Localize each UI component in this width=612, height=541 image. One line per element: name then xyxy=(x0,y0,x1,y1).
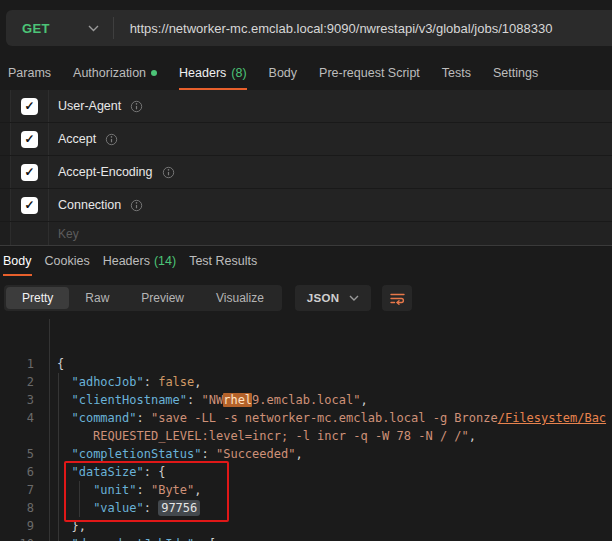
tab-label: Params xyxy=(8,66,51,80)
checkbox-cell: ✓ xyxy=(11,189,49,221)
checkbox-cell: ✓ xyxy=(11,123,49,155)
header-row: ✓Accept xyxy=(0,123,612,156)
code-line: 1{ xyxy=(0,355,612,373)
code-line: 10 "dependentJobIds": [ xyxy=(0,535,612,541)
code-line: 8 "value": 97756 xyxy=(0,499,612,517)
tab-label: Pre-request Script xyxy=(319,66,420,80)
header-row: ✓User-Agent xyxy=(0,90,612,123)
header-row: ✓Connection xyxy=(0,189,612,222)
header-checkbox[interactable]: ✓ xyxy=(21,164,38,181)
tab-label: Body xyxy=(3,254,32,268)
method-chevron-icon[interactable] xyxy=(50,25,113,32)
view-mode-visualize[interactable]: Visualize xyxy=(200,287,280,309)
checkbox-cell: ✓ xyxy=(11,90,49,122)
tab-label: Headers xyxy=(103,254,150,268)
request-tab-settings[interactable]: Settings xyxy=(493,55,538,90)
code-line: 6 "dataSize": { xyxy=(0,463,612,481)
response-tab-cookies[interactable]: Cookies xyxy=(45,246,90,276)
header-rows: ✓User-Agent✓Accept✓Accept-Encoding✓Conne… xyxy=(0,90,612,247)
code-line: 9 }, xyxy=(0,517,612,535)
line-content: "clientHostname": "NWrhel9.emclab.local"… xyxy=(34,391,368,409)
request-tab-body[interactable]: Body xyxy=(269,55,298,90)
tab-count-badge: (8) xyxy=(231,66,246,80)
row-drag-handle[interactable] xyxy=(0,123,11,155)
response-view-row: PrettyRawPreviewVisualize JSON xyxy=(4,283,612,313)
language-selector[interactable]: JSON xyxy=(295,285,372,311)
response-tabs: BodyCookiesHeaders(14)Test Results xyxy=(0,246,612,276)
indent-guide xyxy=(58,373,59,541)
request-tab-authorization[interactable]: Authorization xyxy=(73,55,157,90)
response-tab-headers[interactable]: Headers(14) xyxy=(103,246,176,276)
row-drag-handle[interactable] xyxy=(0,90,11,122)
line-number: 9 xyxy=(0,517,34,535)
wrap-text-icon xyxy=(389,291,406,306)
indent-guide xyxy=(79,481,80,517)
code-line: 4 "command": "save -LL -s networker-mc.e… xyxy=(0,409,612,427)
tab-label: Tests xyxy=(442,66,471,80)
view-mode-raw[interactable]: Raw xyxy=(69,287,125,309)
url-input[interactable]: https://networker-mc.emclab.local:9090/n… xyxy=(114,21,553,36)
info-icon[interactable] xyxy=(130,199,143,212)
row-drag-handle[interactable] xyxy=(0,189,11,221)
line-content: "completionStatus": "Succeeded", xyxy=(34,445,303,463)
header-key-label[interactable]: Connection xyxy=(49,198,121,212)
view-mode-group: PrettyRawPreviewVisualize xyxy=(4,285,282,311)
view-mode-pretty[interactable]: Pretty xyxy=(6,287,69,309)
tab-label: Body xyxy=(269,66,298,80)
code-line: 2 "adhocJob": false, xyxy=(0,373,612,391)
wrap-text-button[interactable] xyxy=(382,285,412,311)
new-header-row: Key xyxy=(0,222,612,247)
key-input[interactable]: Key xyxy=(49,227,79,241)
path-link[interactable]: /Filesystem/Bac xyxy=(498,411,606,425)
response-tab-test-results[interactable]: Test Results xyxy=(189,246,257,276)
request-tab-tests[interactable]: Tests xyxy=(442,55,471,90)
method-selector[interactable]: GET xyxy=(6,21,50,36)
request-url-bar: GET https://networker-mc.emclab.local:90… xyxy=(6,10,612,46)
header-checkbox[interactable]: ✓ xyxy=(21,98,38,115)
language-label: JSON xyxy=(307,292,340,304)
code-line: 7 "unit": "Byte", xyxy=(0,481,612,499)
header-checkbox[interactable]: ✓ xyxy=(21,131,38,148)
line-number: 1 xyxy=(0,355,34,373)
request-tabs: ParamsAuthorizationHeaders(8)BodyPre-req… xyxy=(0,55,612,90)
response-tab-body[interactable]: Body xyxy=(3,246,32,276)
line-content: "unit": "Byte", xyxy=(34,481,202,499)
tab-label: Authorization xyxy=(73,66,146,80)
header-row: ✓Accept-Encoding xyxy=(0,156,612,189)
green-dot-icon xyxy=(151,70,157,76)
line-content: "command": "save -LL -s networker-mc.emc… xyxy=(34,409,606,427)
line-number: 7 xyxy=(0,481,34,499)
header-key-label[interactable]: Accept xyxy=(49,132,96,146)
info-icon[interactable] xyxy=(130,100,143,113)
chevron-down-icon xyxy=(349,295,359,301)
line-content: "dataSize": { xyxy=(34,463,165,481)
info-icon[interactable] xyxy=(105,133,118,146)
line-number: 5 xyxy=(0,445,34,463)
header-checkbox[interactable]: ✓ xyxy=(21,197,38,214)
header-key-label[interactable]: User-Agent xyxy=(49,99,121,113)
search-match-highlight: rhel xyxy=(223,393,252,407)
line-number: 10 xyxy=(0,535,34,541)
tab-label: Test Results xyxy=(189,254,257,268)
request-tab-headers[interactable]: Headers(8) xyxy=(179,55,247,90)
tab-label: Settings xyxy=(493,66,538,80)
line-number: 4 xyxy=(0,409,34,427)
code-lines: 1{2 "adhocJob": false,3 "clientHostname"… xyxy=(0,355,612,541)
line-content: }, xyxy=(34,517,86,535)
tab-label: Cookies xyxy=(45,254,90,268)
response-body-json[interactable]: 1{2 "adhocJob": false,3 "clientHostname"… xyxy=(0,319,612,541)
info-icon[interactable] xyxy=(162,166,175,179)
row-drag-handle xyxy=(0,222,11,246)
line-content: "dependentJobIds": [ xyxy=(34,535,216,541)
view-mode-preview[interactable]: Preview xyxy=(125,287,200,309)
row-drag-handle[interactable] xyxy=(0,156,11,188)
gutter-border xyxy=(49,319,50,541)
tab-count-badge: (14) xyxy=(154,254,176,268)
code-line: 3 "clientHostname": "NWrhel9.emclab.loca… xyxy=(0,391,612,409)
line-number: 8 xyxy=(0,499,34,517)
line-number: 2 xyxy=(0,373,34,391)
line-content: REQUESTED_LEVEL:level=incr; -l incr -q -… xyxy=(34,427,476,445)
request-tab-params[interactable]: Params xyxy=(8,55,51,90)
header-key-label[interactable]: Accept-Encoding xyxy=(49,165,153,179)
request-tab-pre-request-script[interactable]: Pre-request Script xyxy=(319,55,420,90)
